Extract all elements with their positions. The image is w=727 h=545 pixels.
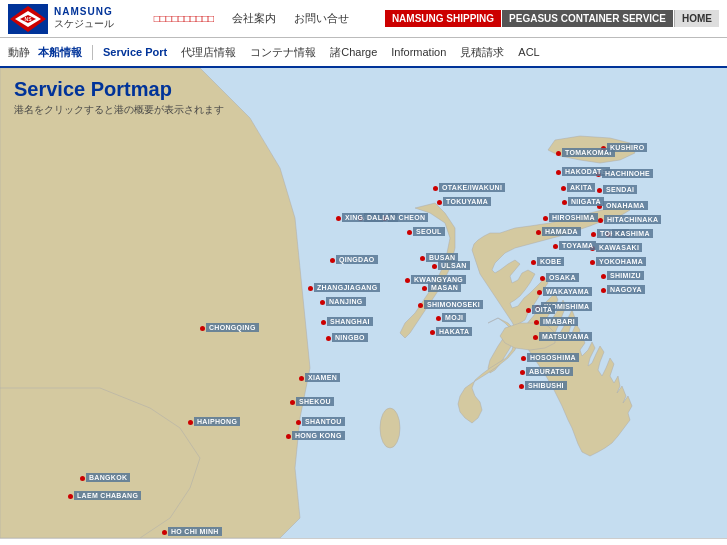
port-dot[interactable] [562,200,567,205]
subnav-charge[interactable]: 諸Charge [330,45,377,60]
port-label[interactable]: HAIPHONG [194,417,240,426]
port-dot[interactable] [330,258,335,263]
port-dot[interactable] [591,232,596,237]
subnav-information[interactable]: Information [391,46,446,58]
port-dot[interactable] [536,230,541,235]
port-dot[interactable] [296,420,301,425]
port-dot[interactable] [68,494,73,499]
port-dot[interactable] [597,188,602,193]
port-label[interactable]: MATSUYAMA [539,332,592,341]
port-label[interactable]: HO CHI MINH [168,527,222,536]
port-label[interactable]: OITA [532,305,555,314]
port-label[interactable]: WAKAYAMA [543,287,592,296]
port-label[interactable]: SHIBUSHI [525,381,567,390]
pegasus-button[interactable]: PEGASUS CONTAINER SERVICE [502,10,673,27]
port-dot[interactable] [80,476,85,481]
port-dot[interactable] [326,336,331,341]
port-dot[interactable] [432,264,437,269]
port-dot[interactable] [308,286,313,291]
port-dot[interactable] [420,256,425,261]
port-dot[interactable] [321,320,326,325]
port-dot[interactable] [519,384,524,389]
port-label[interactable]: AKITA [567,183,595,192]
port-dot[interactable] [433,186,438,191]
port-label[interactable]: MASAN [428,283,461,292]
port-label[interactable]: SEOUL [413,227,445,236]
port-dot[interactable] [422,286,427,291]
port-label[interactable]: HONG KONG [292,431,345,440]
port-label[interactable]: YOKOHAMA [596,257,646,266]
port-dot[interactable] [561,186,566,191]
port-label[interactable]: TOYAMA [559,241,596,250]
port-dot[interactable] [556,151,561,156]
port-dot[interactable] [200,326,205,331]
port-label[interactable]: HITACHINAKA [604,215,661,224]
subnav-container-info[interactable]: コンテナ情報 [250,45,316,60]
port-dot[interactable] [534,320,539,325]
port-dot[interactable] [320,300,325,305]
contact-link[interactable]: お問い合せ [294,11,349,26]
company-info-link[interactable]: 会社案内 [232,11,276,26]
port-label[interactable]: OTAKE/IWAKUNI [439,183,505,192]
port-label[interactable]: KASHIMA [612,229,653,238]
port-label[interactable]: SHIMIZU [607,271,644,280]
port-dot[interactable] [407,230,412,235]
port-label[interactable]: NANJING [326,297,366,306]
port-label[interactable]: NINGBO [332,333,368,342]
port-label[interactable]: SHANTOU [302,417,345,426]
port-dot[interactable] [543,216,548,221]
port-label[interactable]: MOJI [442,313,466,322]
port-dot[interactable] [162,530,167,535]
port-label[interactable]: HAMADA [542,227,581,236]
port-dot[interactable] [436,316,441,321]
port-label[interactable]: ABURATSU [526,367,573,376]
port-dot[interactable] [531,260,536,265]
port-dot[interactable] [290,400,295,405]
port-label[interactable]: TOKUYAMA [443,197,491,206]
subnav-acl[interactable]: ACL [518,46,539,58]
port-dot[interactable] [601,288,606,293]
namsung-shipping-button[interactable]: NAMSUNG SHIPPING [385,10,501,27]
port-dot[interactable] [556,170,561,175]
port-label[interactable]: HIROSHIMA [549,213,598,222]
port-label[interactable]: KAWASAKI [596,243,642,252]
jp-link[interactable]: □□□□□□□□□□ [154,13,214,24]
port-label[interactable]: NIIGATA [568,197,604,206]
subnav-agent-info[interactable]: 代理店情報 [181,45,236,60]
port-dot[interactable] [437,200,442,205]
port-label[interactable]: CHONGQING [206,323,259,332]
port-label[interactable]: OSAKA [546,273,579,282]
port-dot[interactable] [590,260,595,265]
port-label[interactable]: SHIMONOSEKI [424,300,483,309]
port-dot[interactable] [526,308,531,313]
port-label[interactable]: ZHANGJIAGANG [314,283,380,292]
port-label[interactable]: XIAMEN [305,373,340,382]
port-dot[interactable] [598,218,603,223]
home-button[interactable]: HOME [674,10,719,27]
port-dot[interactable] [520,370,525,375]
port-dot[interactable] [430,330,435,335]
port-dot[interactable] [405,278,410,283]
port-dot[interactable] [540,276,545,281]
port-label[interactable]: ONAHAMA [603,201,648,210]
port-label[interactable]: SHANGHAI [327,317,373,326]
port-label[interactable]: HOSOSHIMA [527,353,579,362]
port-label[interactable]: SHEKOU [296,397,334,406]
port-dot[interactable] [286,434,291,439]
port-dot[interactable] [553,244,558,249]
port-label[interactable]: HAKATA [436,327,472,336]
port-label[interactable]: HACHINOHE [602,169,653,178]
port-dot[interactable] [533,335,538,340]
port-label[interactable]: QINGDAO [336,255,378,264]
port-label[interactable]: SENDAI [603,185,637,194]
port-label[interactable]: DALIAN [364,213,398,222]
port-label[interactable]: KOBE [537,257,564,266]
port-dot[interactable] [521,356,526,361]
port-label[interactable]: LAEM CHABANG [74,491,141,500]
subnav-service-port[interactable]: Service Port [103,46,167,58]
port-dot[interactable] [601,274,606,279]
port-dot[interactable] [188,420,193,425]
port-label[interactable]: IMABARI [540,317,578,326]
port-label[interactable]: BANGKOK [86,473,130,482]
subnav-estimate[interactable]: 見積請求 [460,45,504,60]
